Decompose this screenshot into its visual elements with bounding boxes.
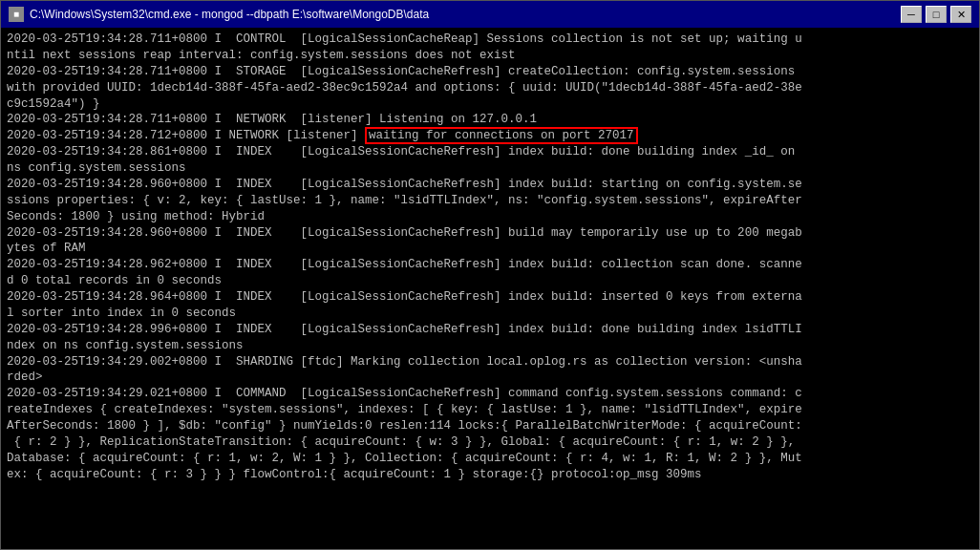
- console-line: l sorter into index in 0 seconds: [7, 306, 973, 322]
- console-line: 2020-03-25T19:34:28.962+0800 I INDEX [Lo…: [7, 257, 973, 273]
- window-controls: ─ □ ✕: [901, 6, 971, 23]
- console-line: with provided UUID: 1decb14d-388f-45fa-a…: [7, 80, 973, 96]
- window-title: C:\Windows\System32\cmd.exe - mongod --d…: [30, 8, 429, 21]
- close-button[interactable]: ✕: [950, 6, 971, 23]
- console-line: ex: { acquireCount: { r: 3 } } } flowCon…: [7, 467, 973, 483]
- console-line: reateIndexes { createIndexes: "system.se…: [7, 402, 973, 418]
- console-line: ns config.system.sessions: [7, 160, 973, 177]
- console-line: { r: 2 } }, ReplicationStateTransition: …: [7, 434, 973, 451]
- console-line: Seconds: 1800 } using method: Hybrid: [7, 209, 973, 225]
- console-line: AfterSeconds: 1800 } ], $db: "config" } …: [7, 418, 973, 434]
- console-line: Database: { acquireCount: { r: 1, w: 2, …: [7, 451, 973, 467]
- console-line: 2020-03-25T19:34:28.861+0800 I INDEX [Lo…: [7, 144, 973, 160]
- console-line: c9c1592a4") }: [7, 96, 973, 113]
- console-line: 2020-03-25T19:34:29.021+0800 I COMMAND […: [7, 386, 973, 402]
- maximize-button[interactable]: □: [926, 6, 947, 23]
- title-bar: ■ C:\Windows\System32\cmd.exe - mongod -…: [1, 1, 979, 28]
- cmd-window: ■ C:\Windows\System32\cmd.exe - mongod -…: [0, 0, 980, 550]
- console-line: 2020-03-25T19:34:28.960+0800 I INDEX [Lo…: [7, 177, 973, 193]
- console-line: 2020-03-25T19:34:29.002+0800 I SHARDING …: [7, 354, 973, 370]
- console-line: 2020-03-25T19:34:28.711+0800 I NETWORK […: [7, 112, 973, 128]
- console-line: ntil next sessions reap interval: config…: [7, 48, 973, 64]
- console-line: 2020-03-25T19:34:28.711+0800 I CONTROL […: [7, 32, 973, 48]
- console-line: 2020-03-25T19:34:28.996+0800 I INDEX [Lo…: [7, 322, 973, 338]
- highlighted-waiting-text: waiting for connections on port 27017: [365, 127, 638, 144]
- console-line: ndex on ns config.system.sessions: [7, 338, 973, 354]
- title-bar-left: ■ C:\Windows\System32\cmd.exe - mongod -…: [9, 7, 429, 22]
- console-line: ssions properties: { v: 2, key: { lastUs…: [7, 193, 973, 209]
- console-output: 2020-03-25T19:34:28.711+0800 I CONTROL […: [1, 28, 979, 549]
- console-line: 2020-03-25T19:34:28.712+0800 I NETWORK […: [7, 128, 973, 144]
- console-line: 2020-03-25T19:34:28.960+0800 I INDEX [Lo…: [7, 225, 973, 242]
- console-line: ytes of RAM: [7, 241, 973, 257]
- console-line: rded>: [7, 370, 973, 386]
- console-line: 2020-03-25T19:34:28.964+0800 I INDEX [Lo…: [7, 289, 973, 306]
- cmd-icon: ■: [9, 7, 24, 22]
- console-line: d 0 total records in 0 seconds: [7, 273, 973, 289]
- console-line: 2020-03-25T19:34:28.711+0800 I STORAGE […: [7, 64, 973, 80]
- minimize-button[interactable]: ─: [901, 6, 922, 23]
